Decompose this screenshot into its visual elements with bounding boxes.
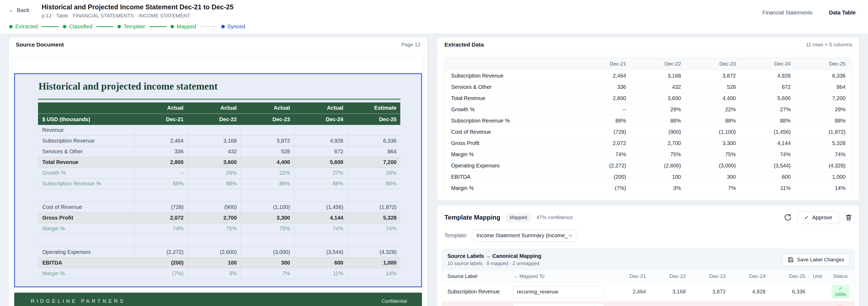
extracted-row-label: EBITDA (444, 171, 578, 182)
extracted-header-cell (444, 58, 578, 70)
extracted-value-cell: (2,272) (578, 160, 633, 171)
extracted-row-label: Gross Profit (444, 137, 578, 149)
doc-value-cell: 74% (294, 223, 347, 234)
pipeline-connector (96, 26, 114, 27)
doc-table-row: Services & Other336432528672864 (38, 146, 400, 157)
delete-button[interactable] (845, 214, 852, 221)
doc-row-label (38, 193, 134, 198)
status-unmapped-icon: ✗ (836, 305, 845, 306)
doc-row-label: Operating Expenses (38, 247, 134, 257)
pipeline-step-label: Synced (227, 24, 245, 30)
doc-value-cell: 27% (294, 168, 347, 178)
extracted-data-dimensions: 11 rows × 5 columns (806, 42, 852, 48)
mapping-value-cell: 3,168 (649, 286, 689, 298)
doc-table-row (38, 189, 400, 202)
pipeline-step-classified: Classified (63, 24, 92, 30)
approve-button[interactable]: ✓ Approve (798, 211, 839, 224)
extracted-row-label: Subscription Revenue % (444, 115, 578, 126)
extracted-value-cell: 300 (688, 171, 743, 182)
extracted-value-cell: (4,328) (798, 160, 852, 171)
extracted-value-cell: 600 (743, 171, 798, 182)
back-button[interactable]: ← Back (8, 7, 29, 13)
doc-column-header-cell: $ USD (thousands) (38, 114, 134, 125)
main-content: Source Document Page 12 Historical and p… (0, 33, 868, 306)
extracted-table-row: Margin %(7%)3%7%11%14% (444, 182, 852, 194)
mapping-header-cell: Dec-24 (729, 270, 769, 282)
confidence-label: 47% confidence (536, 215, 572, 220)
doc-value-cell: (1,100) (241, 202, 294, 212)
extracted-row-label: Operating Expenses (444, 160, 578, 171)
extracted-value-cell: 100 (633, 171, 688, 182)
doc-row-label: Margin % (38, 268, 134, 279)
mapping-header-cell: Source Label (442, 270, 510, 282)
doc-value-cell: 528 (241, 146, 294, 157)
doc-value-cell: 3% (187, 268, 241, 279)
extracted-value-cell: 6,336 (798, 70, 852, 81)
extracted-value-cell: (1,456) (743, 126, 798, 137)
doc-value-cell: 88% (294, 178, 347, 189)
mapping-table-row: Services & Other336432528672864✗ (442, 301, 855, 306)
doc-value-cell: 29% (347, 168, 400, 178)
extracted-value-cell: (2,600) (633, 160, 688, 171)
mapping-value-cell: 528 (689, 304, 729, 306)
doc-value-cell (347, 234, 400, 247)
doc-table-row (38, 234, 400, 247)
pipeline-step-extracted: Extracted (9, 24, 38, 30)
extracted-value-cell: (728) (578, 126, 633, 137)
template-select[interactable]: Income Statement Summary (income_stateme (472, 229, 577, 242)
doc-value-cell: 4,928 (294, 135, 347, 146)
pipeline-dot-icon (221, 25, 225, 28)
pipeline-step-synced: Synced (221, 24, 245, 30)
doc-row-label: Gross Profit (38, 213, 134, 223)
extracted-value-cell: 29% (798, 104, 852, 115)
extracted-header-cell: Dec-24 (743, 58, 798, 70)
extracted-value-cell: 432 (633, 81, 688, 93)
mapping-value-cell: 432 (649, 304, 689, 306)
doc-value-cell (134, 125, 187, 135)
page-title: Historical and Projected Income Statemen… (42, 3, 234, 11)
pipeline-step-label: Template (124, 24, 145, 30)
mapping-header-cell: Dec-22 (649, 270, 689, 282)
save-label-changes-button[interactable]: Save Label Changes (783, 253, 849, 266)
doc-band-header-cell: Actual (187, 102, 241, 114)
doc-table-row: Growth %--29%22%27%29% (38, 168, 400, 178)
pipeline-connector (42, 26, 59, 27)
mapping-table-row: Subscription Revenue2,4643,1683,8724,928… (442, 282, 855, 301)
nav-financial-statements[interactable]: Financial Statements (759, 7, 816, 18)
doc-value-cell: 29% (187, 168, 241, 178)
mapped-to-input[interactable] (513, 286, 604, 298)
extracted-row-label: Total Revenue (444, 93, 578, 104)
extracted-value-cell: (3,544) (743, 160, 798, 171)
doc-value-cell: 432 (187, 146, 241, 157)
confidential-label: Confidential (381, 299, 407, 304)
doc-value-cell: 4,400 (241, 157, 294, 167)
pipeline-dot-icon (118, 25, 121, 28)
extracted-value-cell: 864 (798, 81, 852, 93)
refresh-button[interactable] (784, 214, 791, 221)
doc-value-cell: (1,872) (347, 202, 400, 212)
extracted-value-cell: (7%) (578, 182, 633, 194)
extracted-header-cell: Dec-22 (633, 58, 688, 70)
extraction-highlight-region[interactable]: Historical and projected income statemen… (14, 73, 422, 287)
app-header: ← Back Historical and Projected Income S… (0, 0, 868, 33)
doc-value-cell: 5,328 (347, 213, 400, 223)
doc-value-cell: 5,600 (294, 157, 347, 167)
doc-band-header-cell (38, 102, 134, 114)
status-pipeline: ExtractedClassifiedTemplateMappedSynced (9, 24, 860, 30)
extracted-value-cell: 7% (688, 182, 743, 194)
nav-data-table[interactable]: Data Table (825, 7, 860, 18)
doc-row-label: Subscription Revenue % (38, 178, 134, 189)
document-table: ActualActualActualActualEstimate $ USD (… (38, 102, 400, 279)
mapped-to-input[interactable] (513, 304, 604, 306)
mapping-target-cell (510, 301, 609, 306)
doc-value-cell (241, 125, 294, 135)
doc-table-row: Margin %(7%)3%7%11%14% (38, 268, 400, 279)
extracted-table-row: Gross Profit2,0722,7003,3004,1445,328 (444, 137, 852, 149)
document-page: Historical and projected income statemen… (12, 56, 424, 306)
doc-value-cell (347, 125, 400, 135)
extracted-value-cell: 75% (633, 149, 688, 160)
doc-value-cell: 600 (294, 257, 347, 268)
source-labels-summary: 10 source labels · 8 mapped · 2 unmapped (447, 261, 541, 267)
doc-value-cell (187, 125, 241, 135)
trash-icon (845, 214, 852, 221)
